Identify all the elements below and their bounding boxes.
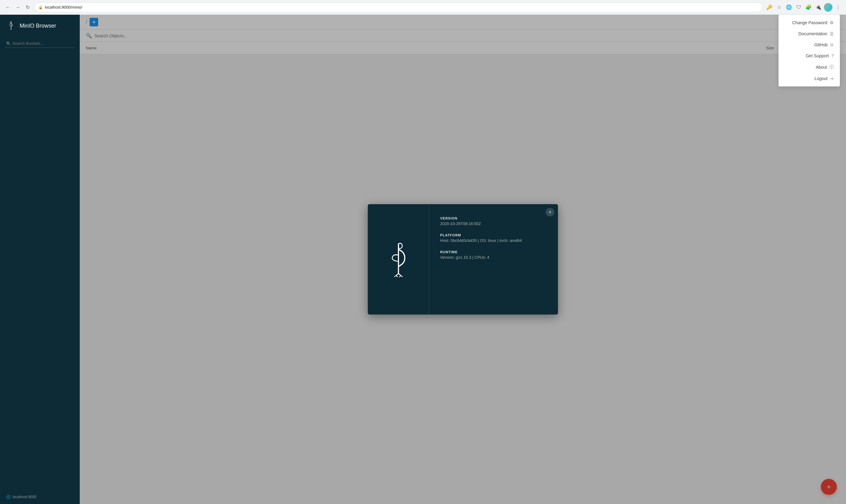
back-button[interactable]: ← bbox=[4, 3, 12, 12]
extensions-btn[interactable]: 🔌 bbox=[814, 3, 823, 12]
globe-icon: 🌐 bbox=[6, 495, 11, 499]
modal-close-button[interactable]: × bbox=[546, 208, 554, 216]
app-container: MinIO Browser 🔍 🌐 localhost:9000 / + 🔍 N… bbox=[0, 15, 846, 504]
modal-minio-logo bbox=[383, 241, 414, 278]
modal-info-section: VERSION 2020-10-28T08:16:50Z PLATFORM Ho… bbox=[429, 204, 558, 314]
reload-button[interactable]: ↻ bbox=[23, 3, 32, 12]
dropdown-github[interactable]: GitHub ⊙ bbox=[778, 39, 840, 50]
svg-line-5 bbox=[396, 276, 397, 277]
sidebar-title: MinIO Browser bbox=[20, 23, 56, 29]
svg-line-3 bbox=[399, 273, 401, 275]
version-value: 2020-10-28T08:16:50Z bbox=[440, 221, 547, 226]
github-label: GitHub bbox=[814, 42, 828, 47]
nav-buttons: ← → ↻ bbox=[4, 3, 32, 12]
menu-btn[interactable]: ⋮ bbox=[834, 3, 842, 12]
get-support-label: Get Support bbox=[806, 53, 829, 58]
version-label: VERSION bbox=[440, 216, 547, 220]
extension-2-btn[interactable]: 🛡 bbox=[794, 3, 803, 12]
support-icon: ? bbox=[831, 53, 834, 58]
search-buckets-icon: 🔍 bbox=[6, 41, 11, 46]
extension-3-btn[interactable]: 🧩 bbox=[804, 3, 813, 12]
profile-avatar-btn[interactable] bbox=[824, 3, 832, 12]
main-content: / + 🔍 Name Size Las bbox=[80, 15, 846, 504]
modal-logo-section bbox=[368, 204, 429, 314]
runtime-value: Version: go1.15.3 | CPUs: 4 bbox=[440, 255, 547, 260]
platform-label: PLATFORM bbox=[440, 233, 547, 237]
runtime-section: RUNTIME Version: go1.15.3 | CPUs: 4 bbox=[440, 250, 547, 260]
dropdown-logout[interactable]: Logout ⇒ bbox=[778, 73, 840, 84]
runtime-label: RUNTIME bbox=[440, 250, 547, 254]
change-password-label: Change Password bbox=[792, 20, 827, 25]
sidebar-header: MinIO Browser bbox=[0, 15, 80, 37]
info-icon: ⓘ bbox=[829, 65, 834, 70]
dropdown-get-support[interactable]: Get Support ? bbox=[778, 50, 840, 61]
browser-actions: 🔑 ☆ 🌐 🛡 🧩 🔌 ⋮ bbox=[765, 3, 842, 12]
about-label: About bbox=[816, 65, 827, 70]
sidebar: MinIO Browser 🔍 🌐 localhost:9000 bbox=[0, 15, 80, 504]
search-buckets-wrapper: 🔍 bbox=[0, 37, 80, 50]
about-modal: VERSION 2020-10-28T08:16:50Z PLATFORM Ho… bbox=[368, 204, 558, 314]
github-icon: ⊙ bbox=[830, 42, 834, 47]
dropdown-documentation[interactable]: Documentation ☰ bbox=[778, 28, 840, 39]
dropdown-menu: Change Password ⚙ Documentation ☰ GitHub… bbox=[778, 15, 840, 87]
dropdown-about[interactable]: About ⓘ bbox=[778, 61, 840, 73]
address-bar[interactable]: 🔒 localhost:9000/minio/ bbox=[34, 2, 762, 12]
platform-value: Host: 0bc64d3cbd35 | OS: linux | Arch: a… bbox=[440, 238, 547, 243]
svg-line-7 bbox=[401, 276, 403, 277]
search-buckets-input[interactable] bbox=[5, 39, 75, 48]
key-icon-btn[interactable]: 🔑 bbox=[765, 3, 774, 12]
svg-point-0 bbox=[11, 21, 12, 22]
browser-chrome: ← → ↻ 🔒 localhost:9000/minio/ 🔑 ☆ 🌐 🛡 🧩 … bbox=[0, 0, 846, 15]
dropdown-change-password[interactable]: Change Password ⚙ bbox=[778, 17, 840, 28]
lock-icon: 🔒 bbox=[38, 5, 43, 10]
platform-section: PLATFORM Host: 0bc64d3cbd35 | OS: linux … bbox=[440, 233, 547, 243]
bookmark-btn[interactable]: ☆ bbox=[775, 3, 783, 12]
modal-backdrop[interactable]: VERSION 2020-10-28T08:16:50Z PLATFORM Ho… bbox=[80, 15, 846, 504]
minio-logo-icon bbox=[6, 21, 16, 31]
forward-button[interactable]: → bbox=[14, 3, 22, 12]
svg-line-2 bbox=[396, 273, 398, 275]
logout-label: Logout bbox=[814, 76, 828, 81]
version-section: VERSION 2020-10-28T08:16:50Z bbox=[440, 216, 547, 226]
close-icon: × bbox=[549, 210, 551, 215]
sidebar-footer: 🌐 localhost:9000 bbox=[0, 490, 80, 504]
footer-host: localhost:9000 bbox=[13, 495, 36, 499]
settings-icon: ⚙ bbox=[830, 20, 834, 25]
logout-icon: ⇒ bbox=[830, 76, 834, 81]
extension-1-btn[interactable]: 🌐 bbox=[785, 3, 793, 12]
url-text: localhost:9000/minio/ bbox=[45, 5, 82, 10]
documentation-label: Documentation bbox=[798, 31, 827, 36]
documentation-icon: ☰ bbox=[830, 31, 834, 36]
